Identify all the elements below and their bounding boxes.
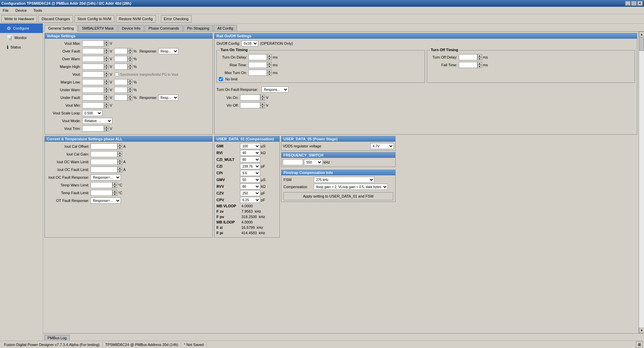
turn-off-delay-down[interactable]: ▼: [477, 57, 482, 60]
vin-off-input[interactable]: 2.50: [240, 102, 260, 108]
margin-high-input[interactable]: 0.839394: [82, 64, 104, 70]
sidebar-item-monitor[interactable]: 📊 Monitor: [0, 33, 43, 42]
temp-fault-spinner[interactable]: ▲▼: [112, 190, 117, 196]
temp-fault-down[interactable]: ▼: [112, 193, 117, 196]
under-warn-input[interactable]: 0.727058: [82, 87, 104, 93]
tab-all-config[interactable]: All Config: [214, 25, 237, 31]
vout-min-up[interactable]: ▲: [104, 102, 109, 105]
vin-on-input[interactable]: 2.75: [240, 95, 260, 101]
tab-general-setting[interactable]: General Setting: [44, 25, 77, 32]
margin-high-pct-spinner[interactable]: ▲▼: [128, 64, 132, 70]
menu-device[interactable]: Device: [14, 8, 28, 13]
iout-oc-fault-down[interactable]: ▼: [117, 170, 122, 173]
vout-min-input[interactable]: 0.500000: [82, 102, 104, 108]
temp-warn-up[interactable]: ▲: [112, 182, 117, 185]
tab-phase-commands[interactable]: Phase Commands: [145, 25, 183, 31]
czi-select[interactable]: 239.76: [240, 163, 260, 169]
under-fault-response-select[interactable]: Resp...: [158, 95, 178, 101]
max-turn-on-spinner[interactable]: ▲▼: [267, 70, 272, 76]
discard-button[interactable]: Discard Changes: [38, 15, 73, 23]
tab-smbalert[interactable]: SMBALERT# Mask: [78, 25, 117, 31]
under-fault-down[interactable]: ▼: [104, 98, 109, 101]
margin-low-pct-spinner[interactable]: ▲▼: [128, 79, 132, 85]
right-scrollbar[interactable]: ▲ ▼: [639, 32, 644, 333]
iout-oc-fault-input[interactable]: 52.00: [91, 167, 117, 173]
max-turn-on-up[interactable]: ▲: [267, 70, 272, 73]
error-check-button[interactable]: Error Checking: [161, 15, 192, 23]
turn-off-delay-input[interactable]: 0.0: [459, 54, 477, 60]
freq-input[interactable]: [283, 159, 303, 165]
iout-oc-response-select[interactable]: Response=...: [91, 174, 121, 180]
vout-max-input[interactable]: 1.500000: [82, 40, 104, 46]
margin-low-input[interactable]: 0.758263: [82, 79, 104, 85]
over-fault-input[interactable]: 0.917404: [82, 48, 104, 54]
over-fault-response-select[interactable]: Resp...: [158, 48, 178, 54]
iout-cal-offset-up[interactable]: ▲: [117, 143, 122, 146]
vin-on-spinner[interactable]: ▲▼: [260, 95, 265, 101]
under-warn-spinner[interactable]: ▲▼: [104, 87, 109, 93]
under-fault-pct-up[interactable]: ▲: [128, 95, 132, 98]
tab-device-info[interactable]: Device Info: [118, 25, 144, 31]
iout-oc-warn-spinner[interactable]: ▲▼: [117, 159, 122, 165]
vout-up[interactable]: ▲: [104, 71, 109, 74]
under-fault-pct-down[interactable]: ▼: [128, 98, 132, 101]
vout-trim-spinner[interactable]: ▲▼: [104, 126, 109, 132]
over-warn-input[interactable]: 0.870598: [82, 56, 104, 62]
minimize-button[interactable]: _: [625, 1, 631, 6]
margin-high-spinner[interactable]: ▲▼: [104, 64, 109, 70]
temp-warn-input[interactable]: 125: [91, 182, 112, 188]
comp-select[interactable]: Iloop gain = 2, VLoop gain = 0.5, data b…: [314, 184, 388, 190]
over-fault-down[interactable]: ▼: [104, 51, 109, 54]
iout-oc-fault-up[interactable]: ▲: [117, 167, 122, 170]
ot-response-select[interactable]: Response=...: [91, 198, 121, 204]
sync-checkbox[interactable]: [115, 72, 119, 76]
rise-time-up[interactable]: ▲: [267, 62, 272, 65]
fall-time-spinner[interactable]: ▲▼: [477, 62, 482, 68]
gmi-select[interactable]: 100: [240, 143, 260, 149]
fall-time-down[interactable]: ▼: [477, 65, 482, 68]
czi-mult-select[interactable]: 80: [240, 156, 260, 163]
turn-on-fault-select[interactable]: Respons...: [262, 86, 289, 93]
scroll-down-arrow[interactable]: ▼: [639, 328, 644, 333]
margin-low-pct-input[interactable]: -5.1: [114, 79, 128, 85]
over-fault-pct-up[interactable]: ▲: [128, 48, 132, 51]
rise-time-spinner[interactable]: ▲▼: [267, 62, 272, 68]
iout-cal-offset-spinner[interactable]: ▲▼: [117, 143, 122, 149]
vout-max-spinner[interactable]: ▲▼: [104, 40, 109, 46]
menu-tools[interactable]: Tools: [32, 8, 43, 13]
vin-on-up[interactable]: ▲: [260, 95, 265, 98]
margin-high-up[interactable]: ▲: [104, 64, 109, 67]
iout-cal-gain-input[interactable]: 1.000: [91, 151, 117, 157]
iout-oc-warn-input[interactable]: 40.00: [91, 159, 117, 165]
margin-low-pct-up[interactable]: ▲: [128, 79, 132, 82]
sidebar-item-configure[interactable]: ⚙ Configure: [0, 24, 43, 33]
vin-off-spinner[interactable]: ▲▼: [260, 102, 265, 108]
over-fault-up[interactable]: ▲: [104, 48, 109, 51]
turn-off-delay-spinner[interactable]: ▲▼: [477, 54, 482, 60]
max-turn-on-input[interactable]: ∞: [248, 70, 267, 76]
under-fault-pct-spinner[interactable]: ▲▼: [128, 95, 132, 101]
over-warn-spinner[interactable]: ▲▼: [104, 56, 109, 62]
cpi-select[interactable]: 9.6: [240, 170, 260, 176]
vin-off-up[interactable]: ▲: [260, 102, 265, 105]
margin-high-pct-up[interactable]: ▲: [128, 64, 132, 67]
temp-fault-up[interactable]: ▲: [112, 190, 117, 193]
vout-trim-down[interactable]: ▼: [104, 129, 109, 132]
gmv-select[interactable]: 50: [240, 177, 260, 183]
cpv-select[interactable]: 6.25: [240, 197, 260, 203]
under-warn-pct-up[interactable]: ▲: [128, 87, 132, 90]
under-warn-pct-down[interactable]: ▼: [128, 90, 132, 93]
vout-max-down[interactable]: ▼: [104, 43, 109, 46]
vout-trim-up[interactable]: ▲: [104, 126, 109, 129]
margin-low-up[interactable]: ▲: [104, 79, 109, 82]
vout-spinner[interactable]: ▲▼: [104, 71, 109, 77]
over-fault-pct-down[interactable]: ▼: [128, 51, 132, 54]
max-turn-on-down[interactable]: ▼: [267, 73, 272, 76]
iout-cal-offset-down[interactable]: ▼: [117, 146, 122, 149]
iout-cal-gain-down[interactable]: ▼: [117, 154, 122, 157]
under-warn-pct-input[interactable]: -9.0: [114, 87, 128, 93]
restore-nvm-button[interactable]: Restore NVM Config: [116, 15, 156, 23]
on-off-config-select[interactable]: 0x1B: [241, 40, 258, 46]
rise-time-input[interactable]: 3.00: [248, 62, 267, 68]
menu-file[interactable]: File: [1, 8, 10, 13]
